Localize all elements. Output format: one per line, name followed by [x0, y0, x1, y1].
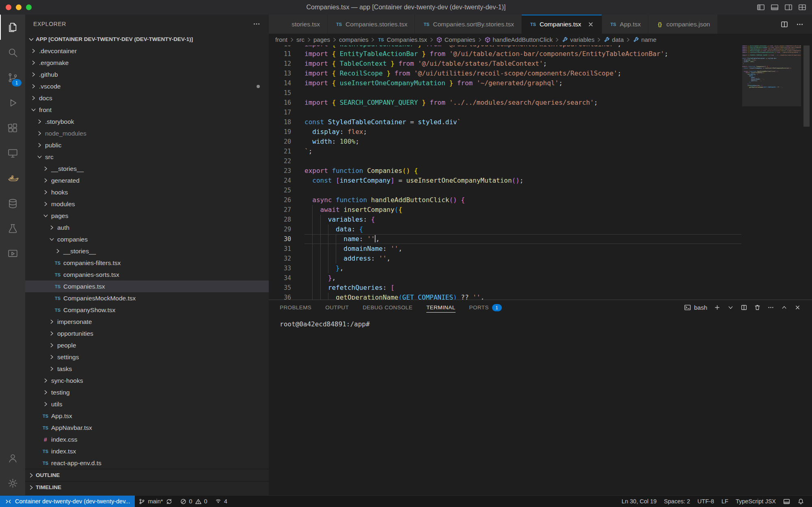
- code-line-33[interactable]: 33 },: [269, 263, 742, 273]
- tree-item-.vscode[interactable]: .vscode: [25, 80, 269, 92]
- breadcrumb-item-name[interactable]: name: [632, 36, 657, 43]
- code-line-36[interactable]: 36 getOperationName(GET_COMPANIES) ?? ''…: [269, 293, 742, 300]
- code-line-10[interactable]: 10import { WithTopBarContainer } from '@…: [269, 45, 742, 49]
- tree-item-companies-sorts.tsx[interactable]: TScompanies-sorts.tsx: [25, 269, 269, 280]
- panel-tab-debug-console[interactable]: DEBUG CONSOLE: [363, 300, 412, 315]
- code-line-21[interactable]: 21`;: [269, 147, 742, 156]
- minimap[interactable]: import { WithTopBarContainer } from '@/u…: [742, 45, 801, 300]
- activity-search[interactable]: [0, 40, 25, 65]
- split-editor-icon[interactable]: [780, 20, 788, 28]
- close-tab-icon[interactable]: [587, 21, 594, 28]
- activity-testing[interactable]: [0, 216, 25, 241]
- eol-status[interactable]: LF: [718, 496, 732, 507]
- toggle-panel-icon[interactable]: [771, 3, 779, 11]
- code-line-27[interactable]: 27 await insertCompany({: [269, 205, 742, 215]
- tree-item-tasks[interactable]: tasks: [25, 363, 269, 375]
- code-viewport[interactable]: 10import { WithTopBarContainer } from '@…: [269, 45, 742, 300]
- encoding-status[interactable]: UTF-8: [694, 496, 718, 507]
- tree-item-index.tsx[interactable]: TSindex.tsx: [25, 445, 269, 457]
- breadcrumb-item-front[interactable]: front: [274, 36, 288, 43]
- close-panel-icon[interactable]: [794, 304, 801, 311]
- editor-more-actions-icon[interactable]: [796, 20, 804, 28]
- breadcrumb-item-pages[interactable]: pages: [313, 36, 331, 43]
- tree-item-companies[interactable]: companies: [25, 233, 269, 245]
- breadcrumb-item-src[interactable]: src: [296, 36, 305, 43]
- code-editor[interactable]: 10import { WithTopBarContainer } from '@…: [269, 45, 742, 300]
- breadcrumb-item-companies[interactable]: companies: [338, 36, 369, 43]
- activity-extensions[interactable]: [0, 115, 25, 140]
- activity-remote-explorer[interactable]: [0, 140, 25, 166]
- code-line-17[interactable]: 17: [269, 108, 742, 117]
- code-line-20[interactable]: 20 width: 100%;: [269, 137, 742, 147]
- code-line-25[interactable]: 25: [269, 186, 742, 195]
- tree-item-.devcontainer[interactable]: .devcontainer: [25, 45, 269, 57]
- code-line-13[interactable]: 13import { RecoilScope } from '@/ui/util…: [269, 69, 742, 78]
- tree-item-impersonate[interactable]: impersonate: [25, 316, 269, 328]
- breadcrumb-item-Companies[interactable]: Companies: [435, 36, 476, 43]
- timeline-section-header[interactable]: TIMELINE: [25, 481, 269, 493]
- code-line-18[interactable]: 18const StyledTableContainer = styled.di…: [269, 117, 742, 127]
- new-terminal-icon[interactable]: [714, 304, 721, 311]
- tree-item-react-app-env.d.ts[interactable]: TSreact-app-env.d.ts: [25, 457, 269, 469]
- indentation-status[interactable]: Spaces: 2: [660, 496, 694, 507]
- tree-item-sync-hooks[interactable]: sync-hooks: [25, 375, 269, 386]
- tree-item-index.css[interactable]: #index.css: [25, 434, 269, 445]
- tree-item-CompanyShow.tsx[interactable]: TSCompanyShow.tsx: [25, 304, 269, 316]
- git-branch-status[interactable]: main*: [135, 496, 176, 507]
- breadcrumb-item-Companies.tsx[interactable]: TSCompanies.tsx: [376, 36, 428, 43]
- toggle-secondary-sidebar-icon[interactable]: [784, 3, 793, 11]
- split-terminal-icon[interactable]: [741, 304, 747, 311]
- tree-item-modules[interactable]: modules: [25, 198, 269, 210]
- tab-stories.tsx[interactable]: stories.tsx: [269, 15, 328, 34]
- tree-item-docs[interactable]: docs: [25, 92, 269, 104]
- tree-item-generated[interactable]: generated: [25, 175, 269, 186]
- panel-tab-output[interactable]: OUTPUT: [325, 300, 349, 315]
- activity-accounts[interactable]: [0, 445, 25, 470]
- code-line-24[interactable]: 24 const [insertCompany] = useInsertOneC…: [269, 176, 742, 186]
- code-line-32[interactable]: 32 address: '',: [269, 254, 742, 263]
- problems-status[interactable]: 0 0: [176, 496, 211, 507]
- forwarded-ports-status[interactable]: 4: [211, 496, 231, 507]
- activity-source-control[interactable]: 1: [0, 65, 25, 90]
- code-line-19[interactable]: 19 display: flex;: [269, 127, 742, 137]
- minimap-slider[interactable]: [742, 45, 801, 106]
- panel-tab-ports[interactable]: PORTS1: [469, 300, 502, 315]
- tree-item-CompaniesMockMode.tsx[interactable]: TSCompaniesMockMode.tsx: [25, 292, 269, 304]
- zoom-window-button[interactable]: [26, 4, 32, 10]
- code-line-23[interactable]: 23export function Companies() {: [269, 166, 742, 176]
- panel-more-actions-icon[interactable]: [767, 304, 774, 311]
- tree-item-.storybook[interactable]: .storybook: [25, 116, 269, 127]
- tree-item-Companies.tsx[interactable]: TSCompanies.tsx: [25, 280, 269, 292]
- tab-Companies.sortBy.stories.tsx[interactable]: TSCompanies.sortBy.stories.tsx: [415, 15, 522, 34]
- breadcrumb-item-data[interactable]: data: [603, 36, 624, 43]
- code-line-15[interactable]: 15: [269, 88, 742, 98]
- tree-item-testing[interactable]: testing: [25, 386, 269, 398]
- tree-item-companies-filters.tsx[interactable]: TScompanies-filters.tsx: [25, 257, 269, 269]
- terminal-dropdown-icon[interactable]: [727, 304, 734, 311]
- explorer-more-actions-icon[interactable]: [253, 20, 261, 28]
- editor-layout-status[interactable]: [780, 496, 794, 507]
- code-line-26[interactable]: 26 async function handleAddButtonClick()…: [269, 195, 742, 205]
- activity-run-and-debug[interactable]: [0, 90, 25, 115]
- panel-tab-problems[interactable]: PROBLEMS: [280, 300, 311, 315]
- tab-Companies.stories.tsx[interactable]: TSCompanies.stories.tsx: [328, 15, 415, 34]
- minimize-window-button[interactable]: [16, 4, 22, 10]
- tree-item-settings[interactable]: settings: [25, 351, 269, 363]
- code-line-16[interactable]: 16import { SEARCH_COMPANY_QUERY } from '…: [269, 98, 742, 108]
- terminal-output[interactable]: root@0a42ecd84891:/app#: [269, 315, 812, 328]
- tree-item-opportunities[interactable]: opportunities: [25, 328, 269, 339]
- code-line-35[interactable]: 35 refetchQueries: [: [269, 283, 742, 293]
- code-line-12[interactable]: 12import { TableContext } from '@/ui/tab…: [269, 59, 742, 69]
- language-mode-status[interactable]: TypeScript JSX: [732, 496, 780, 507]
- remote-indicator[interactable]: Container dev-twenty-dev (dev-twenty-dev…: [0, 496, 135, 507]
- tree-item-.github[interactable]: .github: [25, 69, 269, 80]
- maximize-panel-icon[interactable]: [781, 304, 788, 311]
- tree-item-App.tsx[interactable]: TSApp.tsx: [25, 410, 269, 422]
- tree-item-hooks[interactable]: hooks: [25, 186, 269, 198]
- tree-item-src[interactable]: src: [25, 151, 269, 163]
- tree-item-public[interactable]: public: [25, 139, 269, 151]
- activity-database[interactable]: [0, 191, 25, 216]
- tree-item-auth[interactable]: auth: [25, 222, 269, 233]
- code-line-34[interactable]: 34 },: [269, 273, 742, 283]
- breadcrumb-item-handleAddButtonClick[interactable]: handleAddButtonClick: [484, 36, 554, 43]
